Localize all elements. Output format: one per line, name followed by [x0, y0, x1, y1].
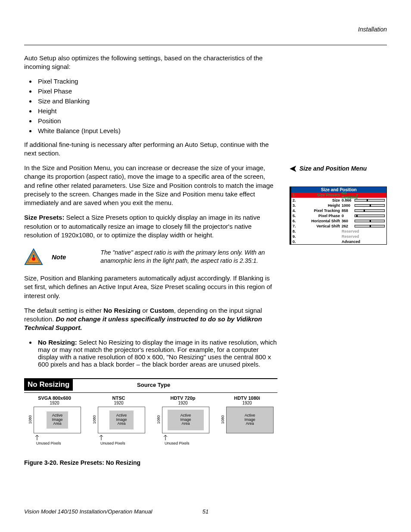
panel-outer-box: ActiveImageArea	[162, 407, 209, 433]
size-position-heading: ➤ Size and Position Menu	[290, 163, 387, 174]
default-pre: The default setting is either	[24, 307, 103, 314]
panel-height: 1080	[92, 415, 97, 424]
svg-rect-3	[33, 255, 34, 257]
menu-row-slider[interactable]	[355, 199, 386, 202]
figure-panel: NTSC19201080ActiveImageAreaUnused Pixels	[88, 395, 149, 446]
menu-row-value: 262	[342, 224, 355, 228]
menu-row-slider[interactable]	[355, 204, 386, 207]
dropdown-icon[interactable]: ▼	[355, 193, 360, 197]
menu-row-label: Pixel Phase	[299, 214, 342, 218]
size-presets-para: Size Presets: Select a Size Presets opti…	[24, 213, 277, 240]
figure-badge: No Resizing	[24, 379, 73, 391]
arrow-left-icon: ➤	[290, 163, 297, 174]
menu-row-slider[interactable]	[355, 215, 386, 217]
figure-rule	[24, 392, 277, 393]
panel-outer-box: ActiveImageArea	[226, 407, 274, 433]
menu-row-value: 858	[342, 208, 355, 213]
right-column: ➤ Size and Position Menu .arrow-left{dis…	[290, 54, 387, 466]
menu-row-slider[interactable]	[355, 220, 386, 222]
default-mid: or	[140, 307, 150, 314]
panel-outer-box: ActiveImageArea	[34, 407, 81, 433]
left-column: Auto Setup also optimizes the following …	[24, 54, 277, 466]
panel-height: 1080	[221, 415, 225, 424]
menu-row-num: 0.	[291, 240, 299, 244]
panel-width: 1920	[88, 401, 149, 405]
panel-width: 1920	[217, 401, 277, 405]
settings-list-item: Height	[36, 107, 277, 115]
menu-row-num: 4.	[291, 208, 299, 213]
header-rule	[24, 45, 387, 45]
default-b1: No Resizing	[103, 307, 140, 314]
menu-row-num: 8.	[291, 229, 299, 233]
menu-row[interactable]: 1.Size PresetsNo Resizing▼	[291, 193, 386, 198]
panel-height: 1080	[156, 415, 161, 424]
menu-row[interactable]: 9.Reserved	[291, 234, 386, 239]
menu-row-label: Size	[299, 198, 342, 202]
panel-unused-label: Unused Pixels	[24, 441, 85, 445]
menu-row-num: 9.	[291, 234, 299, 239]
panel-width: 1920	[24, 401, 85, 405]
no-resizing-list: No Resizing: Select No Resizing to displ…	[24, 339, 277, 368]
panel-outer-box: ActiveImageArea	[98, 407, 145, 433]
menu-row[interactable]: 8.Reserved	[291, 229, 386, 234]
panel-active-area: ActiveImageArea	[168, 410, 204, 430]
menu-row-num: 2.	[291, 198, 299, 202]
menu-row[interactable]: 6.Horizontal Shift360	[291, 218, 386, 224]
settings-list-item: Pixel Tracking	[36, 78, 277, 85]
svg-point-2	[32, 257, 35, 261]
menu-row-num: 3.	[291, 203, 299, 208]
menu-row-label: Pixel Tracking	[299, 208, 342, 213]
size-presets-label: Size Presets:	[24, 214, 66, 221]
menu-row-reserved: Reserved	[342, 234, 386, 239]
header-section: Installation	[24, 26, 387, 33]
menu-row-label: Size Presets	[299, 193, 342, 197]
size-position-heading-text: Size and Position Menu	[299, 165, 367, 172]
panel-type: SVGA 800x600	[24, 395, 85, 401]
note-block: Note The "native" aspect ratio is with t…	[24, 248, 277, 265]
panel-active-area: ActiveImageArea	[47, 411, 68, 429]
figure-caption: Figure 3-20. Resize Presets: No Resizing	[24, 459, 277, 466]
menu-box: Size and Position 1.Size PresetsNo Resiz…	[290, 187, 387, 245]
panel-type: HDTV 720p	[153, 395, 213, 401]
arrow-up-icon	[161, 434, 170, 440]
menu-row[interactable]: 7.Vertical Shift262	[291, 224, 386, 229]
figure-source-type: Source Type	[73, 382, 277, 388]
panel-active-area: ActiveImageArea	[109, 411, 134, 429]
menu-row[interactable]: 2.Size0.866	[291, 198, 386, 203]
menu-row-value: 360	[342, 219, 355, 223]
figure-no-resizing: No Resizing Source Type SVGA 800x6001920…	[24, 378, 277, 466]
warning-triangle-icon	[24, 248, 43, 265]
menu-row[interactable]: 4.Pixel Tracking858	[291, 208, 386, 213]
fine-tune-para: If additional fine-tuning is necessary a…	[24, 140, 277, 158]
no-resizing-label: No Resizing:	[38, 339, 79, 346]
figure-panel: SVGA 800x60019201080ActiveImageAreaUnuse…	[24, 395, 85, 446]
menu-row-slider[interactable]	[355, 209, 386, 212]
settings-list-item: Pixel Phase	[36, 87, 277, 95]
menu-row[interactable]: 3.Height1000	[291, 203, 386, 208]
menu-row[interactable]: 0.Advanced	[291, 239, 386, 244]
settings-list-item: Position	[36, 117, 277, 124]
menu-row[interactable]: 5.Pixel Phase0	[291, 213, 386, 218]
note-label: Note	[52, 253, 92, 261]
menu-row-reserved: Reserved	[342, 229, 386, 233]
default-para: The default setting is either No Resizin…	[24, 306, 277, 333]
menu-row-slider[interactable]	[355, 225, 386, 227]
no-resizing-item: No Resizing: Select No Resizing to displ…	[36, 339, 277, 368]
default-warn: Do not change it unless specifically ins…	[24, 315, 262, 331]
panel-active-area: ActiveImageArea	[227, 407, 273, 433]
arrow-up-icon	[97, 434, 106, 440]
menu-row-advanced: Advanced	[342, 240, 386, 244]
menu-row-value: 0.866	[342, 198, 355, 202]
page-footer: Vision Model 140/150 Installation/Operat…	[24, 508, 387, 515]
menu-row-num: 7.	[291, 224, 299, 228]
menu-row-label: Horizontal Shift	[299, 219, 342, 223]
settings-list: Pixel TrackingPixel PhaseSize and Blanki…	[24, 78, 277, 134]
settings-list-item: Size and Blanking	[36, 97, 277, 105]
default-b2: Custom	[150, 307, 174, 314]
panel-type: NTSC	[88, 395, 149, 401]
panel-height: 1080	[28, 415, 32, 424]
note-text: The "native" aspect ratio is with the pr…	[100, 249, 277, 265]
panel-width: 1920	[153, 401, 213, 405]
menu-row-label: Height	[299, 203, 342, 208]
blanking-para: Size, Position and Blanking parameters a…	[24, 274, 277, 300]
